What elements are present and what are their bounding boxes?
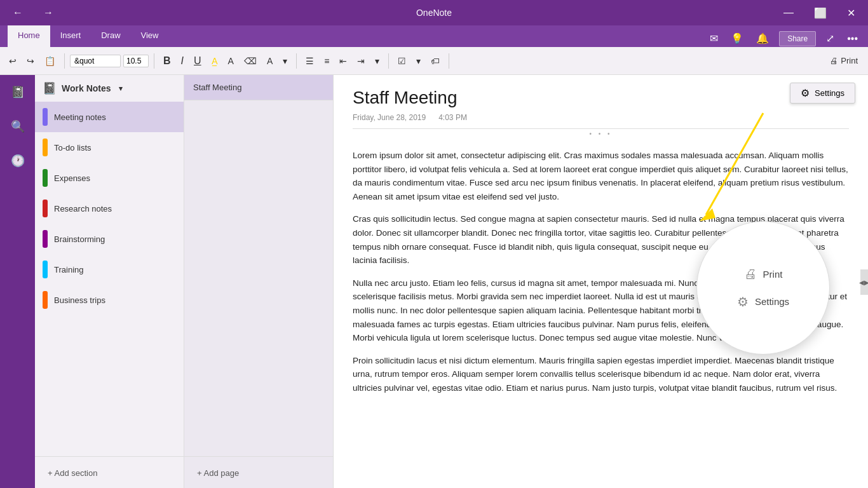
add-page-button[interactable]: + Add page — [192, 464, 244, 482]
highlight-button[interactable]: A̲ — [208, 53, 222, 69]
outdent-button[interactable]: ⇤ — [336, 53, 351, 69]
bell-icon[interactable]: 🔔 — [754, 30, 771, 47]
section-color-brainstorm — [43, 230, 48, 248]
popup-print-item[interactable]: 🖨 Print — [744, 267, 783, 281]
section-training[interactable]: Training — [35, 254, 184, 285]
paragraph-1: Lorem ipsum dolor sit amet, consectetur … — [353, 149, 849, 203]
underline-button[interactable]: U — [190, 53, 205, 69]
section-label-business: Business trips — [54, 295, 105, 305]
tab-insert[interactable]: Insert — [50, 25, 92, 47]
bullets-button[interactable]: ☰ — [302, 53, 318, 69]
section-label-meeting: Meeting notes — [54, 112, 106, 122]
section-expenses[interactable]: Expenses — [35, 163, 184, 193]
clipboard-button[interactable]: 📋 — [41, 53, 59, 69]
section-label-todo: To-do lists — [54, 143, 92, 152]
main-layout: 📓 🔍 🕐 📓 Work Notes ▾ Meeting notes To-do… — [0, 75, 868, 488]
popup-circle: 🖨 Print ⚙ Settings — [696, 221, 830, 355]
italic-button[interactable]: I — [177, 53, 187, 69]
notebook-dropdown-icon: ▾ — [119, 85, 123, 93]
add-section-button[interactable]: + Add section — [43, 464, 102, 482]
bold-button[interactable]: B — [159, 53, 175, 69]
section-color-meeting — [43, 108, 48, 126]
undo-button[interactable]: ↩ — [5, 53, 20, 69]
sidebar-notebook-icon[interactable]: 📓 — [6, 80, 30, 104]
font-name-input[interactable] — [70, 55, 121, 67]
forward-button[interactable]: → — [38, 4, 58, 21]
toolbar-right: 🖨 Print — [825, 53, 863, 68]
sections-panel: 📓 Work Notes ▾ Meeting notes To-do lists… — [35, 75, 184, 488]
sidebar-search-icon[interactable]: 🔍 — [6, 114, 30, 139]
separator-3 — [296, 53, 297, 69]
notebook-name: Work Notes — [62, 83, 111, 93]
more-icon[interactable]: ••• — [844, 30, 860, 47]
window-controls-left: ← → — [8, 4, 58, 21]
section-business-trips[interactable]: Business trips — [35, 285, 184, 315]
minimize-button[interactable]: — — [778, 4, 799, 22]
popup-print-icon: 🖨 — [744, 267, 757, 281]
pages-footer: + Add page — [184, 456, 333, 488]
note-title[interactable]: Staff Meeting — [353, 88, 849, 108]
numbered-button[interactable]: ≡ — [320, 53, 333, 69]
tab-draw[interactable]: Draw — [91, 25, 130, 47]
collapse-handle[interactable]: ◀▶ — [860, 269, 868, 295]
section-meeting-notes[interactable]: Meeting notes — [35, 102, 184, 132]
section-todo-lists[interactable]: To-do lists — [35, 132, 184, 163]
popup-settings-item[interactable]: ⚙ Settings — [737, 294, 789, 309]
eraser-button[interactable]: ⌫ — [240, 53, 261, 69]
tag-button[interactable]: 🏷 — [427, 53, 444, 69]
font-color-button[interactable]: A — [224, 53, 238, 69]
add-page-label: + Add page — [197, 468, 239, 478]
checkbox-button[interactable]: ☑ — [394, 53, 410, 69]
popup-settings-label: Settings — [755, 296, 789, 307]
expand-icon[interactable]: ⤢ — [824, 30, 837, 47]
section-label-brainstorm: Brainstorming — [54, 234, 105, 244]
font-size-input[interactable] — [123, 55, 149, 67]
printer-icon: 🖨 — [830, 56, 838, 65]
email-icon[interactable]: ✉ — [707, 30, 721, 47]
page-staff-meeting[interactable]: Staff Meeting — [184, 75, 333, 100]
section-color-research — [43, 200, 48, 217]
settings-button[interactable]: ⚙ Settings — [790, 83, 855, 104]
paragraph-4: Proin sollicitudin lacus et nisi dictum … — [353, 354, 849, 395]
content-area: Staff Meeting Friday, June 28, 2019 4:03… — [334, 75, 868, 488]
separator-5 — [449, 53, 449, 69]
section-color-training — [43, 261, 48, 278]
checkbox-dropdown[interactable]: ▾ — [412, 53, 424, 69]
title-bar: ← → OneNote — ⬜ ✕ — [0, 0, 868, 25]
lightbulb-icon[interactable]: 💡 — [728, 30, 746, 47]
note-meta: Friday, June 28, 2019 4:03 PM — [353, 113, 849, 122]
window-controls-right: — ⬜ ✕ — [778, 4, 860, 22]
page-label-staff-meeting: Staff Meeting — [193, 83, 241, 92]
sections-footer: + Add section — [35, 456, 184, 488]
separator-1 — [64, 53, 65, 69]
maximize-button[interactable]: ⬜ — [809, 4, 832, 22]
content-header: Staff Meeting Friday, June 28, 2019 4:03… — [334, 75, 868, 128]
close-button[interactable]: ✕ — [842, 4, 860, 22]
section-color-expenses — [43, 169, 48, 187]
section-research-notes[interactable]: Research notes — [35, 193, 184, 224]
note-date: Friday, June 28, 2019 — [353, 113, 426, 122]
add-section-label: + Add section — [48, 468, 97, 478]
redo-button[interactable]: ↪ — [23, 53, 38, 69]
toolbar: ↩ ↪ 📋 B I U A̲ A ⌫ A ▾ ☰ ≡ ⇤ ⇥ ▾ ☑ ▾ 🏷 🖨… — [0, 47, 868, 75]
list-dropdown[interactable]: ▾ — [371, 53, 383, 69]
settings-gear-icon: ⚙ — [801, 87, 810, 99]
notebook-header[interactable]: 📓 Work Notes ▾ — [35, 75, 184, 102]
text-format-button[interactable]: A — [263, 53, 276, 69]
share-button[interactable]: Share — [779, 31, 816, 46]
print-label: Print — [841, 56, 858, 65]
settings-label: Settings — [815, 88, 844, 98]
ribbon-tabs: Home Insert Draw View ✉ 💡 🔔 Share ⤢ ••• — [0, 25, 868, 47]
section-label-expenses: Expenses — [54, 173, 90, 183]
tab-view[interactable]: View — [131, 25, 169, 47]
back-button[interactable]: ← — [8, 4, 28, 21]
popup-settings-icon: ⚙ — [737, 294, 749, 309]
print-button[interactable]: 🖨 Print — [825, 53, 863, 68]
section-label-research: Research notes — [54, 204, 112, 214]
pages-panel: Staff Meeting + Add page — [184, 75, 334, 488]
indent-button[interactable]: ⇥ — [353, 53, 369, 69]
section-brainstorming[interactable]: Brainstorming — [35, 224, 184, 254]
format-dropdown[interactable]: ▾ — [279, 53, 291, 69]
sidebar-recent-icon[interactable]: 🕐 — [6, 149, 30, 173]
tab-home[interactable]: Home — [8, 25, 50, 47]
